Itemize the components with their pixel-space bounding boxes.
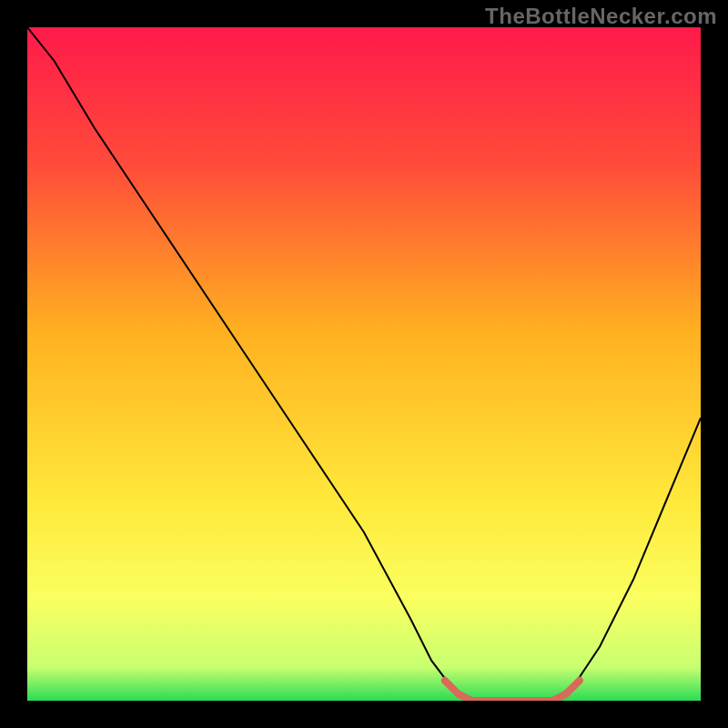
chart-frame: TheBottleNecker.com	[0, 0, 728, 728]
gradient-background	[27, 27, 701, 701]
watermark-text: TheBottleNecker.com	[485, 4, 717, 29]
plot-area	[27, 27, 701, 701]
chart-svg	[27, 27, 701, 701]
